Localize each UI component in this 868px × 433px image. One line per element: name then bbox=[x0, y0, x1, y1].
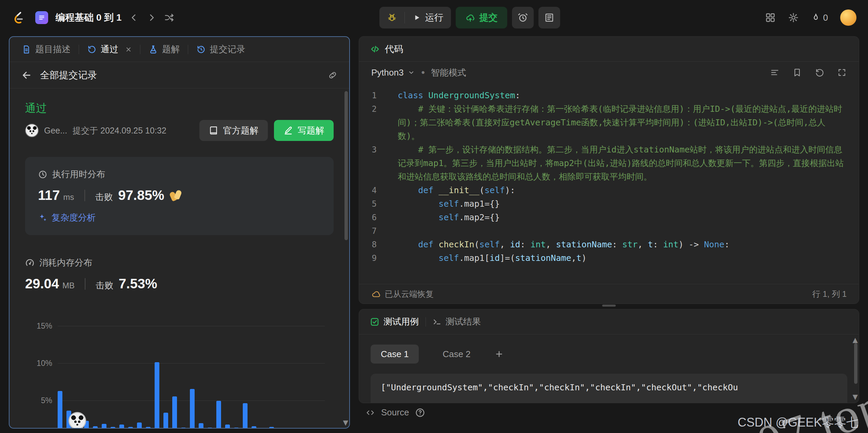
gauge-icon bbox=[25, 258, 35, 268]
testcase-input[interactable]: ["UndergroundSystem","checkIn","checkIn"… bbox=[371, 374, 847, 403]
histogram-bar[interactable] bbox=[190, 389, 195, 428]
histogram-bar[interactable] bbox=[181, 428, 186, 428]
memory-value: 29.04 bbox=[25, 276, 59, 291]
y-axis-tick: 10% bbox=[33, 359, 52, 368]
code-line[interactable]: 3 # 第一步，设计存储的数据结构。第二步，当用户id进入stationName… bbox=[359, 143, 859, 184]
notes-button[interactable] bbox=[538, 7, 560, 28]
histogram-bar[interactable] bbox=[234, 428, 239, 428]
scrollbar-thumb[interactable] bbox=[854, 343, 857, 384]
close-icon[interactable] bbox=[125, 46, 132, 53]
reset-icon[interactable] bbox=[815, 68, 824, 77]
runtime-card: 执行用时分布 117 ms 击败 97.85% 复杂度分析 bbox=[25, 157, 334, 235]
author-avatar[interactable] bbox=[25, 124, 39, 137]
tab-solutions[interactable]: 题解 bbox=[147, 43, 181, 55]
streak-counter[interactable]: 0 bbox=[811, 13, 828, 23]
help-question-icon[interactable] bbox=[415, 408, 425, 418]
histogram-bar[interactable] bbox=[155, 362, 159, 428]
streak-count: 0 bbox=[823, 13, 828, 23]
scrollbar-down-arrow[interactable]: ▼ bbox=[343, 419, 348, 426]
source-label[interactable]: Source bbox=[381, 407, 409, 418]
tab-accepted-detail[interactable]: 通过 bbox=[86, 43, 133, 55]
tab-label: 测试用例 bbox=[383, 316, 419, 328]
histogram-bar[interactable] bbox=[252, 426, 256, 428]
write-solution-button[interactable]: 写题解 bbox=[274, 120, 334, 141]
case-1-tab[interactable]: Case 1 bbox=[371, 345, 419, 364]
histogram-bar[interactable] bbox=[102, 424, 106, 428]
scrollbar-down-arrow[interactable]: ▼ bbox=[853, 393, 858, 400]
submit-button-label: 提交 bbox=[479, 12, 498, 24]
format-icon[interactable] bbox=[770, 68, 780, 77]
layout-icon[interactable] bbox=[765, 12, 776, 23]
next-problem-icon[interactable] bbox=[146, 13, 157, 23]
back-arrow-icon[interactable] bbox=[21, 70, 32, 81]
code-tag-icon bbox=[370, 44, 380, 54]
code-line[interactable]: 1class UndergroundSystem: bbox=[359, 89, 859, 102]
tab-problem-description[interactable]: 题目描述 bbox=[20, 43, 72, 55]
link-icon[interactable] bbox=[328, 70, 338, 80]
code-line[interactable]: 6 self.map2={} bbox=[359, 211, 859, 224]
expand-icon[interactable] bbox=[837, 68, 847, 77]
histogram-bar[interactable] bbox=[172, 396, 177, 428]
code-line[interactable]: 2 # 关键：设计俩哈希表进行存储：第一张哈希表(临时记录进站信息用)：用户ID… bbox=[359, 102, 859, 143]
cursor-position: 行 1, 列 1 bbox=[812, 289, 847, 300]
shuffle-icon[interactable] bbox=[164, 13, 174, 23]
code-editor[interactable]: 1class UndergroundSystem:2 # 关键：设计俩哈希表进行… bbox=[359, 84, 859, 284]
add-case-icon[interactable] bbox=[494, 349, 504, 359]
code-line[interactable]: 5 self.map1={} bbox=[359, 197, 859, 211]
tab-submissions[interactable]: 提交记录 bbox=[195, 43, 246, 55]
user-avatar[interactable] bbox=[840, 9, 856, 26]
timer-icon bbox=[518, 13, 528, 23]
leetcode-logo[interactable] bbox=[12, 11, 25, 24]
histogram-bar[interactable] bbox=[163, 413, 168, 428]
histogram-bar[interactable] bbox=[269, 427, 274, 428]
prev-problem-icon[interactable] bbox=[129, 13, 139, 23]
histogram-bar[interactable] bbox=[199, 423, 203, 428]
line-number: 7 bbox=[359, 224, 386, 238]
histogram-bar[interactable] bbox=[137, 422, 142, 428]
line-number: 1 bbox=[359, 89, 386, 102]
divider bbox=[84, 190, 85, 201]
tab-testcase[interactable]: 测试用例 bbox=[370, 316, 419, 328]
problem-list-icon[interactable] bbox=[35, 11, 48, 24]
histogram-bar[interactable] bbox=[128, 427, 133, 428]
panel-resize-handle[interactable] bbox=[602, 305, 616, 307]
debug-button[interactable] bbox=[379, 7, 405, 28]
run-button-label: 运行 bbox=[425, 12, 443, 24]
code-line[interactable]: 4 def __init__(self): bbox=[359, 184, 859, 197]
tab-test-result[interactable]: 测试结果 bbox=[433, 316, 481, 328]
problem-list-title[interactable]: 编程基础 0 到 1 bbox=[56, 11, 121, 24]
code-line[interactable]: 7 bbox=[359, 224, 859, 238]
histogram-bar[interactable] bbox=[93, 426, 98, 428]
histogram-bar[interactable] bbox=[58, 391, 62, 428]
run-button[interactable]: 运行 bbox=[405, 7, 451, 28]
histogram-bar[interactable] bbox=[243, 403, 248, 428]
code-line[interactable]: 8 def checkIn(self, id: int, stationName… bbox=[359, 238, 859, 251]
editor-toolbar: Python3 • 智能模式 bbox=[359, 62, 859, 83]
bookmark-icon[interactable] bbox=[792, 68, 802, 77]
history-icon bbox=[196, 45, 206, 54]
timer-button[interactable] bbox=[512, 7, 534, 28]
histogram-bar[interactable] bbox=[208, 428, 212, 428]
smart-mode-toggle[interactable]: 智能模式 bbox=[431, 67, 466, 79]
histogram-bar[interactable] bbox=[216, 401, 221, 428]
settings-gear-icon[interactable] bbox=[788, 12, 799, 23]
y-axis-tick: 5% bbox=[33, 396, 52, 405]
line-number: 8 bbox=[359, 238, 386, 251]
y-axis-tick: 15% bbox=[33, 322, 52, 331]
submit-button[interactable]: 提交 bbox=[456, 7, 507, 28]
memory-section: 消耗内存分布 29.04 MB 击败 7.53% bbox=[25, 257, 334, 291]
histogram-bar[interactable] bbox=[119, 425, 124, 428]
line-number: 6 bbox=[359, 211, 386, 224]
histogram-bar[interactable] bbox=[111, 427, 115, 428]
complexity-analysis-link[interactable]: 复杂度分析 bbox=[38, 212, 321, 224]
scrollbar-up-arrow[interactable]: ▲ bbox=[853, 336, 858, 343]
code-line[interactable]: 9 self.map1[id]=(stationName,t) bbox=[359, 251, 859, 265]
runtime-section-title: 执行用时分布 bbox=[52, 168, 105, 180]
histogram-bar[interactable] bbox=[225, 425, 230, 428]
case-2-tab[interactable]: Case 2 bbox=[432, 345, 480, 364]
official-solution-button[interactable]: 官方题解 bbox=[199, 120, 268, 141]
language-selector[interactable]: Python3 bbox=[371, 67, 415, 78]
histogram-bar[interactable] bbox=[146, 427, 151, 428]
line-number: 3 bbox=[359, 143, 386, 184]
scrollbar-thumb[interactable] bbox=[344, 91, 348, 240]
